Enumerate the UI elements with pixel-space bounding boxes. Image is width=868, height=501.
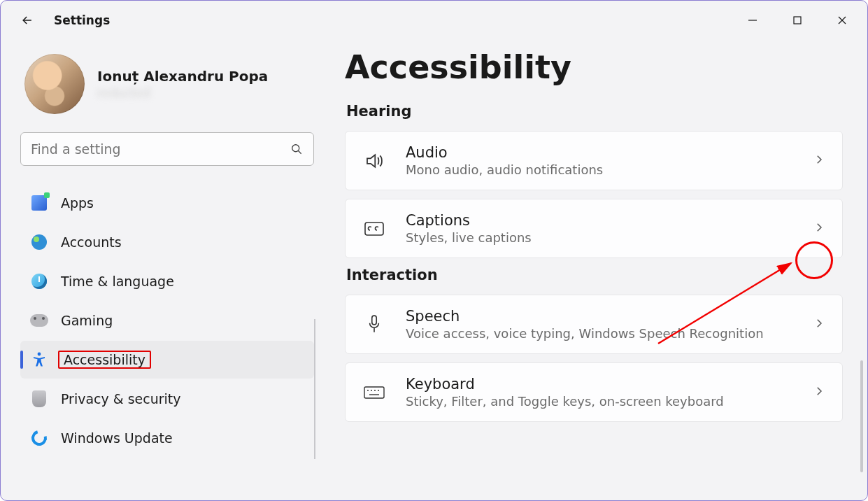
svg-rect-10 (364, 387, 384, 398)
captions-icon (362, 217, 386, 241)
card-subtitle: Voice access, voice typing, Windows Spee… (406, 326, 793, 341)
accessibility-icon (30, 351, 48, 369)
annotation-highlight-box: Accessibility (58, 351, 151, 369)
profile-text: Ionuț Alexandru Popa redacted (97, 68, 268, 100)
nav-label: Accounts (61, 234, 122, 250)
update-icon (30, 429, 48, 447)
nav-label: Privacy & security (61, 391, 181, 407)
svg-rect-8 (372, 316, 376, 325)
arrow-left-icon (20, 13, 34, 27)
nav: Apps Accounts Time & language Gaming (20, 184, 317, 457)
window-controls (730, 3, 865, 37)
minimize-icon (748, 15, 757, 25)
profile-email: redacted (97, 86, 268, 100)
search-box[interactable] (20, 132, 314, 166)
chevron-right-icon (813, 221, 825, 237)
microphone-icon (362, 313, 386, 337)
pane-divider (314, 319, 315, 459)
card-title: Audio (406, 144, 793, 161)
card-captions[interactable]: Captions Styles, live captions (345, 199, 843, 258)
svg-line-5 (299, 151, 301, 154)
card-subtitle: Styles, live captions (406, 230, 793, 245)
maximize-icon (792, 15, 802, 25)
nav-item-apps[interactable]: Apps (20, 184, 314, 222)
nav-label: Gaming (61, 313, 113, 328)
scrollbar-thumb[interactable] (860, 360, 863, 472)
sidebar: Ionuț Alexandru Popa redacted Apps Accou… (1, 40, 324, 500)
apps-icon (30, 194, 48, 212)
search-icon (290, 142, 304, 156)
shield-icon (30, 390, 48, 408)
nav-item-update[interactable]: Windows Update (20, 419, 314, 457)
profile-block[interactable]: Ionuț Alexandru Popa redacted (20, 54, 317, 114)
nav-label: Windows Update (61, 430, 173, 446)
nav-item-privacy[interactable]: Privacy & security (20, 380, 314, 418)
chevron-right-icon (813, 385, 825, 400)
keyboard-icon (362, 381, 386, 404)
back-button[interactable] (16, 9, 38, 31)
close-icon (837, 15, 847, 25)
main-pane: Accessibility Hearing Audio Mono audio, … (324, 40, 867, 500)
accounts-icon (30, 233, 48, 251)
nav-label: Accessibility (64, 352, 145, 367)
page-title: Accessibility (345, 48, 853, 86)
section-label-interaction: Interaction (346, 267, 853, 283)
chevron-right-icon (813, 153, 825, 169)
nav-item-gaming[interactable]: Gaming (20, 302, 314, 339)
profile-name: Ionuț Alexandru Popa (97, 68, 268, 85)
close-button[interactable] (820, 3, 865, 37)
card-subtitle: Sticky, Filter, and Toggle keys, on-scre… (406, 394, 793, 409)
svg-rect-1 (794, 17, 801, 24)
nav-item-time-language[interactable]: Time & language (20, 262, 314, 300)
card-speech[interactable]: Speech Voice access, voice typing, Windo… (345, 295, 843, 354)
card-keyboard[interactable]: Keyboard Sticky, Filter, and Toggle keys… (345, 362, 843, 422)
app-title: Settings (54, 13, 110, 27)
speaker-icon (362, 149, 386, 173)
nav-item-accounts[interactable]: Accounts (20, 223, 314, 261)
minimize-button[interactable] (730, 3, 775, 37)
nav-label: Apps (61, 195, 94, 211)
maximize-button[interactable] (775, 3, 820, 37)
svg-point-4 (292, 145, 299, 152)
avatar (24, 54, 85, 114)
search-input[interactable] (31, 141, 290, 157)
card-title: Captions (406, 212, 793, 229)
clock-icon (30, 272, 48, 290)
titlebar: Settings (1, 1, 867, 40)
nav-label: Time & language (61, 274, 174, 289)
nav-item-accessibility[interactable]: Accessibility (20, 341, 314, 379)
settings-window: Settings Ionuț Alexandru Popa redacted (0, 0, 868, 501)
card-subtitle: Mono audio, audio notifications (406, 162, 793, 177)
card-title: Keyboard (406, 376, 793, 393)
chevron-right-icon (813, 317, 825, 332)
svg-point-6 (38, 353, 41, 356)
section-label-hearing: Hearing (346, 103, 853, 120)
gamepad-icon (30, 311, 48, 330)
body: Ionuț Alexandru Popa redacted Apps Accou… (1, 40, 867, 500)
card-audio[interactable]: Audio Mono audio, audio notifications (345, 131, 843, 190)
card-title: Speech (406, 308, 793, 325)
